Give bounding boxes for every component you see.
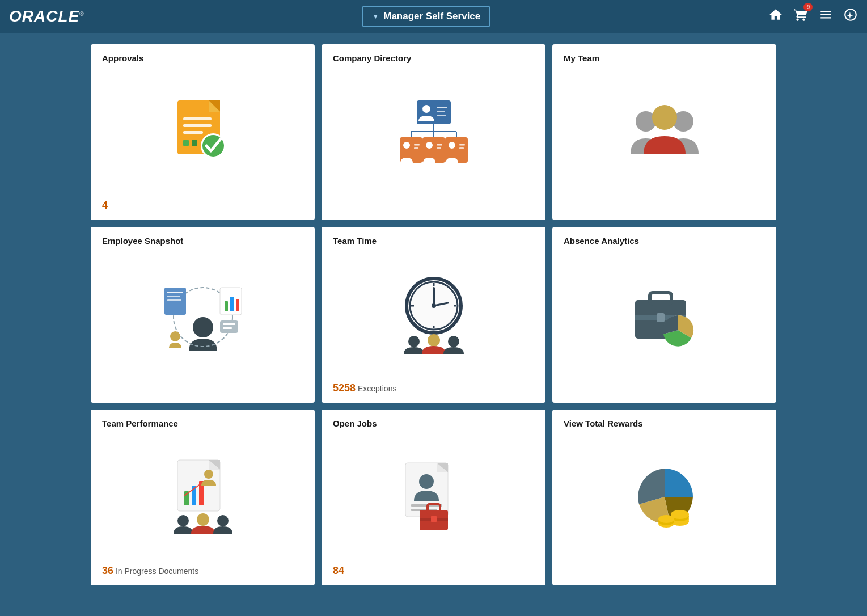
svg-rect-48 xyxy=(223,327,232,329)
company-directory-tile[interactable]: Company Directory xyxy=(322,44,545,220)
team-time-count: 5258 xyxy=(333,382,356,394)
svg-rect-3 xyxy=(183,117,212,120)
svg-rect-4 xyxy=(183,124,212,127)
menu-icon[interactable] xyxy=(818,7,833,26)
absence-analytics-footer xyxy=(564,382,765,395)
company-directory-icon xyxy=(397,98,471,166)
svg-point-72 xyxy=(204,470,213,479)
svg-point-35 xyxy=(193,317,213,337)
open-jobs-tile[interactable]: Open Jobs xyxy=(322,410,545,585)
header-center: ▼ Manager Self Service xyxy=(362,6,490,27)
svg-rect-62 xyxy=(650,293,671,304)
absence-analytics-icon-area xyxy=(564,250,765,378)
svg-rect-7 xyxy=(192,140,197,146)
svg-rect-27 xyxy=(437,147,441,149)
home-icon[interactable] xyxy=(768,7,783,26)
svg-rect-38 xyxy=(167,292,183,293)
team-performance-icon xyxy=(166,457,240,537)
company-directory-footer xyxy=(333,200,534,212)
open-jobs-count: 84 xyxy=(333,565,344,576)
my-team-footer xyxy=(564,200,765,212)
team-performance-tile[interactable]: Team Performance xyxy=(91,410,315,585)
team-time-tile[interactable]: Team Time xyxy=(322,227,545,403)
compass-icon[interactable] xyxy=(843,7,858,26)
header-actions: 9 xyxy=(768,7,858,26)
my-team-tile[interactable]: My Team xyxy=(552,44,776,220)
absence-analytics-tile[interactable]: Absence Analytics xyxy=(552,227,776,403)
svg-point-25 xyxy=(426,142,433,149)
open-jobs-icon-area xyxy=(333,433,534,560)
team-performance-count: 36 xyxy=(102,565,113,576)
open-jobs-footer: 84 xyxy=(333,565,534,577)
view-total-rewards-title: View Total Rewards xyxy=(564,419,765,428)
employee-snapshot-icon-area xyxy=(102,250,303,378)
svg-point-11 xyxy=(422,105,430,113)
approvals-icon-area xyxy=(102,67,303,195)
team-performance-title: Team Performance xyxy=(102,419,303,428)
absence-analytics-title: Absence Analytics xyxy=(564,236,765,246)
my-team-icon-area xyxy=(564,67,765,195)
svg-rect-23 xyxy=(414,147,418,149)
my-team-icon xyxy=(628,98,701,166)
svg-point-53 xyxy=(432,303,436,308)
team-time-icon-area xyxy=(333,250,534,378)
svg-rect-6 xyxy=(183,140,189,146)
svg-point-92 xyxy=(658,515,674,523)
nav-title-button[interactable]: ▼ Manager Self Service xyxy=(362,6,490,27)
approvals-count: 4 xyxy=(102,200,108,211)
svg-point-58 xyxy=(408,336,420,347)
svg-rect-46 xyxy=(220,320,238,333)
absence-analytics-icon xyxy=(631,280,699,348)
my-team-title: My Team xyxy=(564,53,765,63)
svg-rect-43 xyxy=(230,297,234,311)
svg-point-74 xyxy=(197,513,209,526)
cart-badge: 9 xyxy=(803,3,813,11)
approvals-icon xyxy=(169,95,237,168)
team-time-label: Exceptions xyxy=(356,384,396,393)
svg-rect-85 xyxy=(431,516,437,522)
svg-rect-12 xyxy=(437,107,447,108)
tiles-grid: Approvals xyxy=(91,44,776,585)
svg-rect-44 xyxy=(236,299,239,311)
employee-snapshot-title: Employee Snapshot xyxy=(102,236,303,246)
svg-point-79 xyxy=(419,474,434,489)
main-content: Approvals xyxy=(0,33,867,597)
svg-rect-64 xyxy=(657,313,665,322)
svg-rect-14 xyxy=(437,115,446,116)
view-total-rewards-footer xyxy=(564,565,765,577)
svg-point-75 xyxy=(217,515,229,526)
app-header: ORACLE® ▼ Manager Self Service 9 xyxy=(0,0,867,33)
view-total-rewards-tile[interactable]: View Total Rewards xyxy=(552,410,776,585)
svg-rect-13 xyxy=(437,111,445,112)
svg-point-34 xyxy=(652,105,677,130)
approvals-tile[interactable]: Approvals xyxy=(91,44,315,220)
company-directory-title: Company Directory xyxy=(333,53,534,63)
svg-rect-47 xyxy=(223,323,235,325)
team-performance-footer: 36 In Progress Documents xyxy=(102,565,303,577)
approvals-title: Approvals xyxy=(102,53,303,63)
svg-point-59 xyxy=(428,334,440,347)
employee-snapshot-tile[interactable]: Employee Snapshot xyxy=(91,227,315,403)
cart-icon[interactable]: 9 xyxy=(793,7,808,26)
view-total-rewards-icon-area xyxy=(564,433,765,560)
svg-rect-30 xyxy=(459,144,465,146)
team-performance-label: In Progress Documents xyxy=(113,567,198,576)
svg-rect-5 xyxy=(183,131,203,134)
team-time-title: Team Time xyxy=(333,236,534,246)
nav-title-label: Manager Self Service xyxy=(383,11,480,22)
approvals-footer: 4 xyxy=(102,200,303,212)
employee-snapshot-icon xyxy=(163,277,243,351)
svg-rect-26 xyxy=(437,144,442,146)
employee-snapshot-footer xyxy=(102,382,303,395)
svg-rect-31 xyxy=(459,147,464,149)
team-time-icon xyxy=(397,275,471,354)
view-total-rewards-icon xyxy=(628,460,701,534)
team-time-footer: 5258 Exceptions xyxy=(333,382,534,395)
logo-area: ORACLE® xyxy=(9,7,84,26)
svg-point-21 xyxy=(403,142,410,149)
open-jobs-icon xyxy=(403,460,465,534)
svg-rect-40 xyxy=(167,299,181,301)
svg-point-73 xyxy=(177,515,189,526)
svg-point-29 xyxy=(449,142,455,149)
company-directory-icon-area xyxy=(333,67,534,195)
